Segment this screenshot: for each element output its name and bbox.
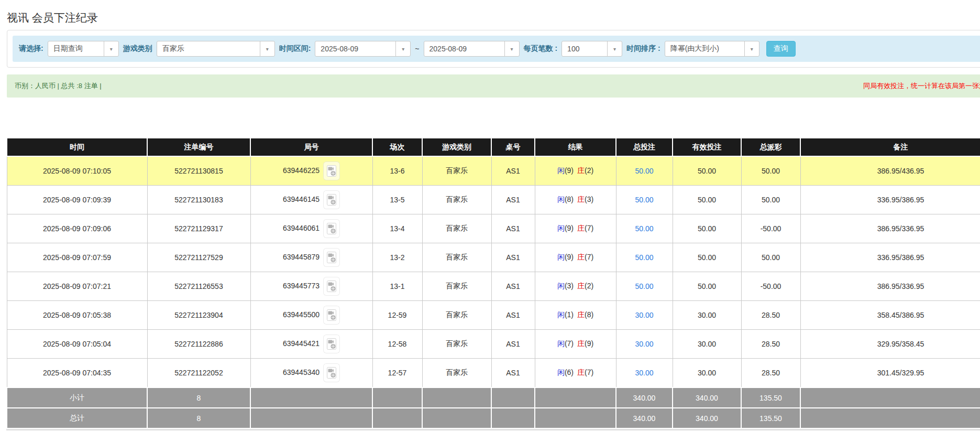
video-replay-button[interactable] [323,277,340,296]
video-replay-button[interactable] [323,363,340,382]
cell-game-type: 百家乐 [422,186,491,214]
total-bet-link[interactable]: 50.00 [635,282,653,290]
video-replay-button[interactable] [323,335,340,353]
date-to-select[interactable]: 2025-08-09 ▾ [424,41,520,57]
total-bet-link[interactable]: 50.00 [635,224,653,233]
page-title: 视讯 会员下注纪录 [7,10,980,25]
video-replay-button[interactable] [323,248,340,267]
video-replay-icon [326,280,337,293]
total-bet-link[interactable]: 50.00 [635,167,653,175]
summary-total-bet: 340.00 [616,408,673,428]
total-bet-link[interactable]: 30.00 [635,369,653,377]
cell-result: 闲(6)庄(7) [535,359,616,388]
cell-game-type: 百家乐 [422,214,491,243]
col-total-bet: 总投注 [616,138,673,156]
summary-empty [422,408,491,428]
cell-valid-bet: 50.00 [673,186,741,214]
banker-result-value: (2) [585,166,593,175]
table-row: 2025-08-09 07:07:21 522721126553 6394457… [7,272,980,301]
cell-bet-id: 522721129317 [147,214,250,243]
summary-empty [491,408,535,428]
total-bet-link[interactable]: 50.00 [635,253,653,262]
cell-valid-bet: 50.00 [673,243,741,272]
cell-game-type: 百家乐 [422,156,491,186]
player-result-value: (9) [565,253,574,261]
video-replay-icon [326,309,337,321]
game-category-value: 百家乐 [157,41,260,56]
cell-result: 闲(3)庄(2) [535,272,616,301]
cell-result: 闲(9)庄(7) [535,214,616,243]
cell-payout: 28.50 [741,330,800,359]
date-from-value: 2025-08-09 [315,41,395,56]
cell-time: 2025-08-09 07:05:38 [7,301,147,330]
player-result-value: (9) [565,166,574,175]
chevron-down-icon: ▾ [104,41,118,56]
query-type-value: 日期查询 [48,41,104,56]
date-range-label: 时间区间: [279,44,311,53]
cell-time: 2025-08-09 07:04:35 [7,359,147,388]
chevron-down-icon: ▾ [395,41,410,56]
filter-panel: 请选择: 日期查询 ▾ 游戏类别 百家乐 ▾ 时间区间: 2025-08-09 … [7,30,980,68]
summary-empty [372,387,422,408]
cell-time: 2025-08-09 07:09:39 [7,186,147,214]
time-sort-select[interactable]: 降幂(由大到小) ▾ [665,41,759,57]
cell-session: 13-2 [372,243,422,272]
cell-bet-id: 522721122052 [147,359,250,388]
banker-result-label: 庄 [577,224,585,232]
date-range-separator: ~ [415,45,419,53]
cell-bet-id: 522721130815 [147,156,250,186]
total-bet-link[interactable]: 30.00 [635,340,653,348]
cell-result: 闲(9)庄(2) [535,156,616,186]
cell-session: 12-59 [372,301,422,330]
cell-session: 13-1 [372,272,422,301]
video-replay-icon [326,165,337,177]
banker-result-label: 庄 [577,310,585,319]
round-id-text: 639446225 [283,166,320,175]
table-bottom-border [6,429,980,430]
player-result-value: (9) [565,224,574,232]
date-from-select[interactable]: 2025-08-09 ▾ [315,41,411,57]
banker-result-value: (7) [585,224,593,232]
cell-result: 闲(8)庄(3) [535,186,616,214]
cell-valid-bet: 30.00 [673,301,741,330]
time-sort-value: 降幂(由大到小) [665,41,744,56]
cell-game-type: 百家乐 [422,330,491,359]
filter-bar: 请选择: 日期查询 ▾ 游戏类别 百家乐 ▾ 时间区间: 2025-08-09 … [13,36,980,62]
summary-count: 8 [147,387,250,408]
game-category-select[interactable]: 百家乐 ▾ [157,41,275,57]
banker-result-value: (7) [585,253,593,261]
search-button[interactable]: 查询 [766,41,796,57]
total-bet-link[interactable]: 50.00 [635,196,653,204]
cell-game-type: 百家乐 [422,301,491,330]
video-replay-button[interactable] [323,219,340,238]
chevron-down-icon: ▾ [607,41,622,56]
player-result-label: 闲 [557,166,565,175]
summary-empty [250,387,372,408]
video-replay-button[interactable] [323,306,340,325]
cell-payout: 50.00 [741,186,800,214]
cell-round-id: 639445500 [250,301,372,330]
cell-round-id: 639445879 [250,243,372,272]
video-replay-button[interactable] [323,190,340,209]
cell-payout: -50.00 [741,214,800,243]
cell-total-bet: 50.00 [616,214,673,243]
total-bet-link[interactable]: 30.00 [635,311,653,319]
video-replay-button[interactable] [323,161,340,180]
player-result-label: 闲 [557,282,565,290]
header-row: 时间 注单编号 局号 场次 游戏类别 桌号 结果 总投注 有效投注 总派彩 备注 [7,138,980,156]
cell-bet-id: 522721127529 [147,243,250,272]
cell-result: 闲(7)庄(9) [535,330,616,359]
cell-bet-id: 522721123904 [147,301,250,330]
cell-total-bet: 30.00 [616,330,673,359]
player-result-value: (7) [565,339,574,348]
table-row: 2025-08-09 07:09:06 522721129317 6394460… [7,214,980,243]
cell-note: 386.95/436.95 [800,156,980,186]
player-result-label: 闲 [557,339,565,348]
page-size-select[interactable]: 100 ▾ [561,41,622,57]
table-row: 2025-08-09 07:04:35 522721122052 6394453… [7,359,980,388]
query-type-select[interactable]: 日期查询 ▾ [48,41,119,57]
cell-result: 闲(1)庄(8) [535,301,616,330]
summary-empty [535,408,616,428]
cell-valid-bet: 50.00 [673,156,741,186]
cell-note: 329.95/358.45 [800,330,980,359]
